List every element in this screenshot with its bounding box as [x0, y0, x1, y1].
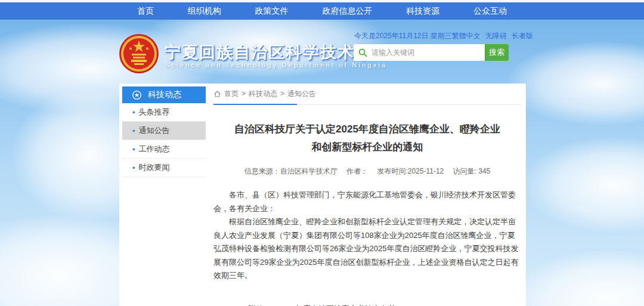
- sidebar-title: 科技动态: [148, 89, 181, 100]
- article-title-line2: 和创新型标杆企业的通知: [312, 141, 423, 153]
- article-meta: 信息来源：自治区科学技术厅 作者： 发布时间:2025-11-12 访问量: 3…: [213, 166, 521, 177]
- content-panel: 科技动态 • 头条推荐 • 通知公告 • 工作动态 • 时政要闻: [119, 84, 526, 306]
- article-body: 各市、县（区）科技管理部门，宁东能源化工基地管委会，银川经济技术开发区管委会，各…: [213, 188, 521, 283]
- breadcrumb-separator: >: [242, 89, 246, 98]
- breadcrumb-home[interactable]: 首页: [224, 89, 239, 99]
- attachment-link-eagle-list[interactable]: 1.2025年度自治区雏鹰企业认定名单: [271, 302, 419, 306]
- link-senior-version[interactable]: 长者版: [512, 31, 533, 41]
- link-traditional-chinese[interactable]: 繁體中文: [452, 31, 481, 41]
- breadcrumb: 首页 > 科技动态 > 通知公告: [213, 87, 521, 100]
- breadcrumb-divider: [213, 104, 521, 105]
- nav-item-policy-documents[interactable]: 政策文件: [255, 6, 289, 17]
- attachments-label: 附件：: [248, 302, 271, 306]
- meta-source: 信息来源：自治区科学技术厅: [244, 167, 338, 175]
- sidebar-header: 科技动态: [122, 86, 206, 103]
- sidebar-item-political-news[interactable]: • 时政要闻: [122, 159, 206, 177]
- breadcrumb-sci-tech-news[interactable]: 科技动态: [249, 89, 277, 99]
- bullet-icon: •: [132, 145, 135, 154]
- nav-item-home[interactable]: 首页: [137, 6, 154, 17]
- breadcrumb-separator: >: [280, 89, 284, 98]
- article-title: 自治区科技厅关于认定2025年度自治区雏鹰企业、瞪羚企业 和创新型标杆企业的通知: [213, 120, 521, 156]
- nav-item-organization[interactable]: 组织机构: [188, 6, 221, 17]
- link-accessibility[interactable]: 无障碍: [485, 31, 507, 41]
- meta-visits: 访问量: 345: [453, 167, 491, 175]
- search-input[interactable]: [371, 44, 485, 61]
- national-emblem-logo: [119, 33, 159, 74]
- breadcrumb-notices[interactable]: 通知公告: [287, 89, 316, 99]
- article-column: 首页 > 科技动态 > 通知公告 自治区科技厅关于认定2025年度自治区雏鹰企业…: [213, 87, 521, 306]
- attachments-block: 附件： 1.2025年度自治区雏鹰企业认定名单 2.2025年度自治区瞪羚企业认…: [248, 302, 521, 306]
- sidebar-sci-tech-news: 科技动态 • 头条推荐 • 通知公告 • 工作动态 • 时政要闻: [122, 86, 206, 177]
- search-button[interactable]: 搜索: [485, 44, 509, 61]
- article-paragraph: 根据自治区雏鹰企业、瞪羚企业和创新型标杆企业认定管理有关规定，决定认定半亩良人农…: [213, 215, 521, 283]
- cloud-decoration: [513, 251, 644, 306]
- sidebar-item-label: 头条推荐: [139, 107, 170, 118]
- header-utility-row: 今天是2025年11月12日 星期三 繁體中文 无障碍 长者版: [354, 31, 521, 41]
- site-title: 宁夏回族自治区科学技术厅: [165, 42, 372, 63]
- star-circle-icon: [132, 90, 142, 100]
- current-date: 今天是2025年11月12日 星期三: [354, 31, 452, 41]
- cloud-decoration: [525, 137, 644, 233]
- page: 首页 组织机构 政策文件 政府信息公开 科技资源 公众互动 宁夏回族自治区科学技…: [0, 0, 644, 306]
- sidebar-item-notices[interactable]: • 通知公告: [122, 122, 206, 140]
- article-title-line1: 自治区科技厅关于认定2025年度自治区雏鹰企业、瞪羚企业: [234, 123, 500, 135]
- meta-publish-date: 发布时间:2025-11-12: [377, 167, 444, 175]
- home-icon: [213, 90, 221, 98]
- sidebar-item-label: 时政要闻: [139, 162, 170, 173]
- sidebar-item-headline-picks[interactable]: • 头条推荐: [122, 103, 206, 122]
- cloud-decoration: [507, 42, 644, 125]
- site-subtitle-english: Science and Technology Department of Nin…: [165, 61, 387, 69]
- site-search-bar: 搜索: [354, 44, 509, 61]
- meta-author: 作者：: [346, 167, 368, 175]
- nav-item-gov-info-disclosure[interactable]: 政府信息公开: [322, 6, 372, 17]
- nav-item-sci-tech-resources[interactable]: 科技资源: [406, 6, 439, 17]
- sidebar-item-label: 工作动态: [139, 144, 170, 154]
- article-paragraph: 各市、县（区）科技管理部门，宁东能源化工基地管委会，银川经济技术开发区管委会，各…: [213, 188, 521, 215]
- search-icon: [354, 44, 371, 61]
- bullet-icon: •: [132, 163, 135, 172]
- bullet-icon: •: [132, 108, 135, 117]
- sidebar-item-label: 通知公告: [139, 125, 170, 136]
- bullet-icon: •: [132, 126, 135, 135]
- sidebar-item-work-updates[interactable]: • 工作动态: [122, 140, 206, 159]
- nav-item-public-interaction[interactable]: 公众互动: [473, 6, 507, 17]
- top-navigation-bar: 首页 组织机构 政策文件 政府信息公开 科技资源 公众互动: [0, 2, 644, 20]
